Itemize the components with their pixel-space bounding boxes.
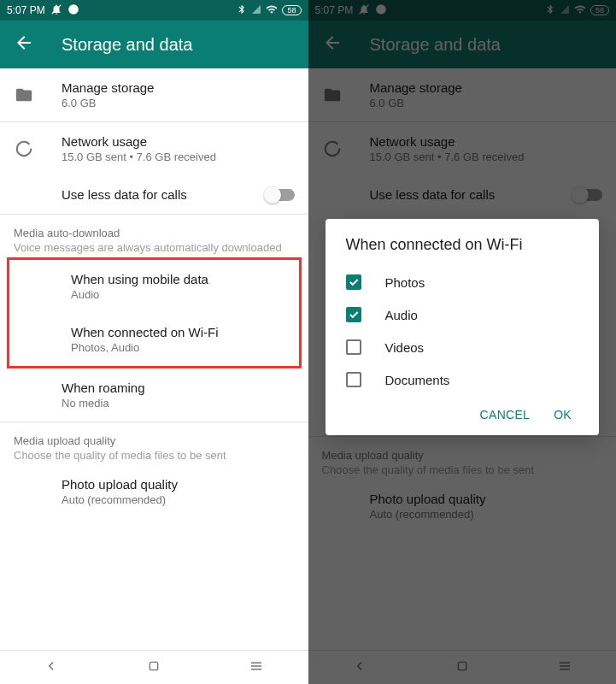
svg-point-2 (17, 142, 32, 156)
checkbox-label: Photos (385, 275, 425, 290)
checkbox-row-audio[interactable]: Audio (346, 298, 579, 331)
wifi-autodownload-dialog: When connected on Wi-Fi Photos Audio Vid… (326, 219, 600, 435)
ok-button[interactable]: OK (554, 408, 572, 422)
dnd-icon (50, 3, 62, 18)
checkbox-label: Audio (385, 308, 418, 322)
item-title: When roaming (62, 380, 295, 395)
section-sub: Voice messages are always automatically … (14, 241, 295, 254)
whatsapp-icon (67, 3, 79, 18)
checkbox-videos[interactable] (346, 339, 361, 355)
checkbox-photos[interactable] (346, 274, 361, 290)
wifi-icon (266, 3, 278, 18)
screen-right: 5:07 PM 58 Storage and data Manage stora… (308, 0, 617, 684)
roaming-item[interactable]: When roamingNo media (0, 369, 308, 422)
section-title: Media upload quality (14, 434, 295, 447)
checkbox-audio[interactable] (346, 307, 361, 322)
checkbox-label: Documents (385, 373, 450, 387)
nav-home-icon[interactable] (147, 659, 161, 676)
network-usage-item[interactable]: Network usage15.0 GB sent • 7.6 GB recei… (0, 122, 308, 175)
item-sub: No media (62, 397, 295, 410)
highlight-box: When using mobile dataAudio When connect… (7, 257, 302, 369)
checkbox-row-videos[interactable]: Videos (346, 331, 579, 363)
folder-icon (14, 85, 34, 105)
checkbox-row-documents[interactable]: Documents (346, 363, 579, 396)
nav-recents-icon[interactable] (249, 658, 264, 677)
item-title: Photo upload quality (62, 477, 295, 492)
checkbox-row-photos[interactable]: Photos (346, 266, 579, 298)
settings-list: Manage storage6.0 GB Network usage15.0 G… (0, 68, 308, 650)
svg-point-1 (68, 4, 79, 15)
item-title: Network usage (62, 134, 295, 149)
item-sub: Audio (71, 288, 285, 301)
item-sub: Auto (recommended) (62, 493, 295, 506)
manage-storage-item[interactable]: Manage storage6.0 GB (0, 68, 308, 121)
signal-icon (251, 4, 261, 17)
svg-rect-3 (150, 662, 158, 669)
nav-back-icon[interactable] (44, 658, 59, 677)
status-bar: 5:07 PM 58 (0, 0, 308, 21)
status-time: 5:07 PM (7, 4, 45, 16)
item-title: When using mobile data (71, 272, 285, 286)
item-title: When connected on Wi-Fi (71, 325, 285, 339)
cancel-button[interactable]: CANCEL (480, 408, 531, 422)
mobile-data-item[interactable]: When using mobile dataAudio (9, 260, 299, 313)
use-less-data-switch[interactable] (266, 189, 295, 201)
section-title: Media auto-download (14, 227, 295, 239)
nav-bar (0, 650, 308, 684)
battery-icon: 58 (282, 5, 301, 15)
page-title: Storage and data (62, 35, 192, 55)
item-title: Use less data for calls (62, 187, 238, 202)
checkbox-documents[interactable] (346, 372, 361, 387)
screen-left: 5:07 PM 58 Storage and data Manage stora… (0, 0, 308, 684)
media-upload-section: Media upload quality Choose the quality … (0, 422, 308, 465)
wifi-item[interactable]: When connected on Wi-FiPhotos, Audio (9, 313, 299, 366)
use-less-data-item[interactable]: Use less data for calls (0, 175, 308, 214)
bluetooth-icon (237, 4, 247, 17)
data-circle-icon (14, 139, 34, 159)
dialog-title: When connected on Wi-Fi (346, 236, 579, 254)
app-header: Storage and data (0, 21, 308, 68)
section-sub: Choose the quality of media files to be … (14, 449, 295, 462)
item-title: Manage storage (62, 80, 295, 95)
media-auto-download-section: Media auto-download Voice messages are a… (0, 215, 308, 257)
checkbox-label: Videos (385, 340, 425, 355)
item-sub: 15.0 GB sent • 7.6 GB received (62, 150, 295, 163)
back-icon[interactable] (14, 32, 34, 56)
item-sub: 6.0 GB (62, 97, 295, 109)
photo-upload-quality-item[interactable]: Photo upload qualityAuto (recommended) (0, 465, 308, 518)
item-sub: Photos, Audio (71, 341, 285, 354)
